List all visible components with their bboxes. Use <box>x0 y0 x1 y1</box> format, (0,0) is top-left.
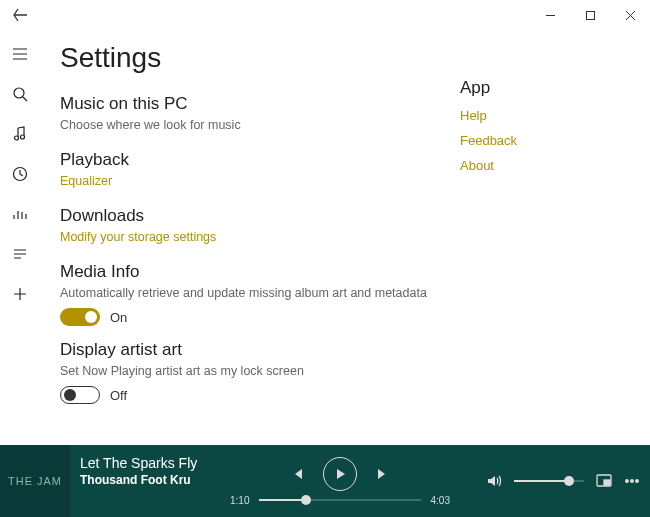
media-info-toggle-label: On <box>110 310 127 325</box>
section-playback-title: Playback <box>60 150 440 170</box>
back-button[interactable] <box>0 0 40 30</box>
minimize-button[interactable] <box>530 0 570 30</box>
album-art-text: THE JAM <box>8 475 62 487</box>
section-artist-title: Display artist art <box>60 340 440 360</box>
miniplayer-icon[interactable] <box>596 474 612 488</box>
track-artist: Thousand Foot Kru <box>80 473 202 487</box>
hamburger-icon[interactable] <box>0 34 40 74</box>
close-button[interactable] <box>610 0 650 30</box>
page-title: Settings <box>60 42 440 74</box>
svg-point-9 <box>626 480 629 483</box>
section-downloads-title: Downloads <box>60 206 440 226</box>
svg-point-2 <box>15 136 19 140</box>
svg-point-3 <box>21 135 25 139</box>
artist-art-toggle[interactable] <box>60 386 100 404</box>
playlists-icon[interactable] <box>0 234 40 274</box>
section-artist-sub: Set Now Playing artist art as my lock sc… <box>60 364 440 378</box>
album-art[interactable]: THE JAM <box>0 445 70 517</box>
track-title: Let The Sparks Fly <box>80 455 202 471</box>
help-link[interactable]: Help <box>460 108 650 123</box>
volume-slider[interactable] <box>514 480 584 482</box>
volume-icon[interactable] <box>486 473 502 489</box>
time-elapsed: 1:10 <box>230 495 249 506</box>
progress-slider[interactable] <box>259 499 420 501</box>
svg-rect-0 <box>586 11 594 19</box>
recent-icon[interactable] <box>0 154 40 194</box>
player-bar: THE JAM Let The Sparks Fly Thousand Foot… <box>0 445 650 517</box>
svg-point-10 <box>631 480 634 483</box>
section-music-title: Music on this PC <box>60 94 440 114</box>
music-note-icon[interactable] <box>0 114 40 154</box>
play-button[interactable] <box>323 457 357 491</box>
search-icon[interactable] <box>0 74 40 114</box>
equalizer-link[interactable]: Equalizer <box>60 174 440 188</box>
next-button[interactable] <box>375 466 391 482</box>
storage-settings-link[interactable]: Modify your storage settings <box>60 230 440 244</box>
feedback-link[interactable]: Feedback <box>460 133 650 148</box>
media-info-toggle[interactable] <box>60 308 100 326</box>
more-icon[interactable] <box>624 473 640 489</box>
now-playing-icon[interactable] <box>0 194 40 234</box>
section-music-sub: Choose where we look for music <box>60 118 440 132</box>
artist-art-toggle-label: Off <box>110 388 127 403</box>
new-playlist-icon[interactable] <box>0 274 40 314</box>
previous-button[interactable] <box>289 466 305 482</box>
sidebar <box>0 30 40 517</box>
section-media-title: Media Info <box>60 262 440 282</box>
svg-point-11 <box>636 480 639 483</box>
maximize-button[interactable] <box>570 0 610 30</box>
app-section-title: App <box>460 78 650 98</box>
svg-rect-8 <box>604 480 610 485</box>
svg-point-1 <box>14 88 24 98</box>
about-link[interactable]: About <box>460 158 650 173</box>
time-total: 4:03 <box>431 495 450 506</box>
section-media-sub: Automatically retrieve and update missin… <box>60 286 440 300</box>
